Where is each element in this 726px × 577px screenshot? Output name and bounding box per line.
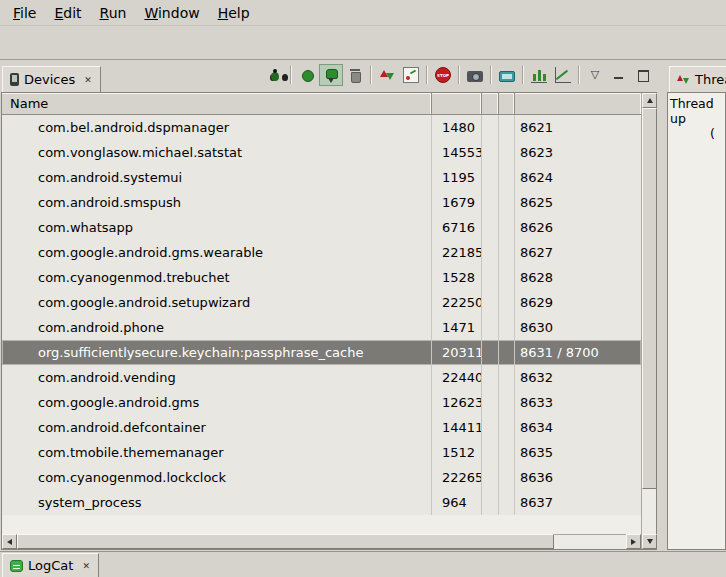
menu-item-window[interactable]: Window bbox=[135, 2, 208, 24]
tab-devices-label: Devices bbox=[24, 72, 75, 87]
tab-threads[interactable]: Threads bbox=[669, 66, 726, 92]
heap-indicator-cell bbox=[482, 490, 499, 515]
pid-cell: 1471 bbox=[432, 315, 482, 340]
table-row[interactable]: com.android.systemui11958624 bbox=[2, 165, 641, 190]
toolbar-separator bbox=[426, 66, 428, 84]
table-row[interactable]: com.google.android.setupwizard222508629 bbox=[2, 290, 641, 315]
vertical-scroll-thumb[interactable] bbox=[642, 108, 657, 489]
tab-devices[interactable]: Devices ✕ bbox=[2, 66, 101, 92]
toolbar-separator bbox=[490, 66, 492, 84]
table-header: Name bbox=[2, 93, 641, 115]
thread-indicator-cell bbox=[499, 390, 515, 415]
heap-updates-button[interactable] bbox=[527, 64, 551, 86]
table-row[interactable]: com.android.vending224408632 bbox=[2, 365, 641, 390]
menu-item-edit[interactable]: Edit bbox=[45, 2, 90, 24]
video-capture-icon bbox=[499, 71, 515, 82]
stop-process-button[interactable] bbox=[431, 64, 455, 86]
heap-indicator-cell bbox=[482, 165, 499, 190]
thread-indicator-cell bbox=[499, 115, 515, 140]
process-name-cell: com.cyanogenmod.trebuchet bbox=[2, 265, 432, 290]
port-cell: 8634 bbox=[515, 415, 641, 440]
pid-cell: 1480 bbox=[432, 115, 482, 140]
thread-indicator-cell bbox=[499, 190, 515, 215]
stop-process-icon bbox=[435, 67, 451, 83]
scroll-down-button[interactable] bbox=[642, 534, 657, 549]
minimize-button[interactable] bbox=[607, 64, 631, 86]
network-stats-button[interactable] bbox=[551, 64, 575, 86]
threads-message-line1: Thread up bbox=[670, 96, 723, 126]
dump-hprof-button[interactable] bbox=[319, 64, 343, 86]
menu-item-run[interactable]: Run bbox=[91, 2, 136, 24]
pid-cell: 1528 bbox=[432, 265, 482, 290]
heap-indicator-cell bbox=[482, 390, 499, 415]
update-heap-button[interactable] bbox=[295, 64, 319, 86]
port-cell: 8633 bbox=[515, 390, 641, 415]
table-row[interactable]: com.cyanogenmod.trebuchet15288628 bbox=[2, 265, 641, 290]
horizontal-scrollbar[interactable] bbox=[2, 534, 641, 549]
pid-cell: 1512 bbox=[432, 440, 482, 465]
scroll-up-button[interactable] bbox=[642, 93, 657, 108]
tab-logcat[interactable]: LogCat ✕ bbox=[2, 553, 99, 577]
thread-indicator-cell bbox=[499, 265, 515, 290]
table-row[interactable]: org.sufficientlysecure.keychain:passphra… bbox=[2, 340, 641, 365]
cause-gc-button[interactable] bbox=[343, 64, 367, 86]
pid-cell: 14553 bbox=[432, 140, 482, 165]
threads-message-line2: ( bbox=[670, 126, 723, 141]
process-name-cell: com.google.android.gms.wearable bbox=[2, 240, 432, 265]
heap-indicator-cell bbox=[482, 240, 499, 265]
vertical-scrollbar[interactable] bbox=[641, 93, 656, 549]
table-row[interactable]: com.vonglasow.michael.satstat145538623 bbox=[2, 140, 641, 165]
table-row[interactable]: com.android.smspush16798625 bbox=[2, 190, 641, 215]
table-row[interactable]: com.android.defcontainer144118634 bbox=[2, 415, 641, 440]
close-icon[interactable]: ✕ bbox=[83, 75, 93, 85]
table-row[interactable]: com.android.phone14718630 bbox=[2, 315, 641, 340]
thread-indicator-cell bbox=[499, 215, 515, 240]
process-name-cell: com.android.systemui bbox=[2, 165, 432, 190]
thread-indicator-cell bbox=[499, 290, 515, 315]
table-row[interactable]: com.google.android.gms.wearable221858627 bbox=[2, 240, 641, 265]
scroll-up-icon bbox=[647, 98, 653, 103]
maximize-button[interactable] bbox=[631, 64, 655, 86]
thread-indicator-cell bbox=[499, 415, 515, 440]
minimize-icon bbox=[611, 67, 627, 83]
thread-indicator-cell bbox=[499, 140, 515, 165]
thread-indicator-cell bbox=[499, 240, 515, 265]
process-name-cell: org.sufficientlysecure.keychain:passphra… bbox=[2, 340, 432, 365]
tab-threads-label: Threads bbox=[695, 72, 726, 87]
close-icon[interactable]: ✕ bbox=[81, 561, 91, 571]
process-name-cell: com.android.smspush bbox=[2, 190, 432, 215]
video-capture-button[interactable] bbox=[495, 64, 519, 86]
thread-indicator-cell bbox=[499, 340, 515, 365]
menu-item-file[interactable]: File bbox=[4, 2, 45, 24]
scroll-right-button[interactable] bbox=[626, 534, 641, 549]
scroll-left-button[interactable] bbox=[2, 534, 17, 549]
screen-capture-icon bbox=[467, 71, 483, 82]
toolbar-separator bbox=[370, 66, 372, 84]
table-row[interactable]: system_process9648637 bbox=[2, 490, 641, 515]
table-row[interactable]: com.tmobile.thememanager15128635 bbox=[2, 440, 641, 465]
pid-cell: 22265 bbox=[432, 465, 482, 490]
thread-indicator-cell bbox=[499, 440, 515, 465]
heap-indicator-cell bbox=[482, 190, 499, 215]
port-cell: 8624 bbox=[515, 165, 641, 190]
screen-capture-button[interactable] bbox=[463, 64, 487, 86]
heap-indicator-cell bbox=[482, 290, 499, 315]
logcat-tabbar: LogCat ✕ bbox=[0, 551, 726, 577]
table-row[interactable]: com.bel.android.dspmanager14808621 bbox=[2, 115, 641, 140]
view-menu-icon bbox=[587, 67, 603, 83]
debug-process-button[interactable] bbox=[263, 64, 287, 86]
process-name-cell: system_process bbox=[2, 490, 432, 515]
table-row[interactable]: com.google.android.gms126238633 bbox=[2, 390, 641, 415]
port-cell: 8627 bbox=[515, 240, 641, 265]
scroll-down-icon bbox=[647, 539, 653, 544]
update-threads-button[interactable] bbox=[375, 64, 399, 86]
scroll-left-icon bbox=[7, 539, 12, 545]
column-header-name: Name bbox=[2, 93, 432, 114]
menu-item-help[interactable]: Help bbox=[209, 2, 259, 24]
method-profiling-button[interactable] bbox=[399, 64, 423, 86]
table-row[interactable]: com.whatsapp67168626 bbox=[2, 215, 641, 240]
horizontal-scroll-thumb[interactable] bbox=[17, 534, 554, 549]
heap-indicator-cell bbox=[482, 140, 499, 165]
table-row[interactable]: com.cyanogenmod.lockclock222658636 bbox=[2, 465, 641, 490]
view-menu-button[interactable] bbox=[583, 64, 607, 86]
